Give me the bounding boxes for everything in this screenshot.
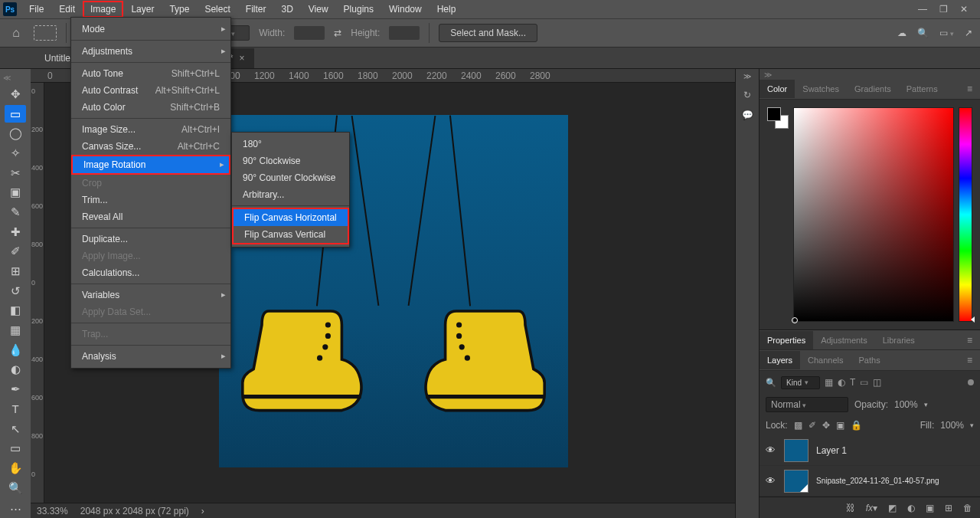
tool-healing[interactable]: ✚	[5, 223, 26, 241]
menu-select[interactable]: Select	[197, 1, 237, 18]
tool-magic-wand[interactable]: ✧	[5, 144, 26, 162]
delete-layer-icon[interactable]: 🗑	[963, 503, 972, 513]
tab-layers[interactable]: Layers	[760, 351, 800, 369]
chevron-down-icon[interactable]: ▾	[970, 421, 974, 429]
expand-left-icon[interactable]: ≪	[0, 74, 11, 82]
history-icon[interactable]: ↻	[743, 90, 751, 100]
search-icon[interactable]	[917, 28, 929, 38]
minimize-button[interactable]: —	[918, 4, 927, 15]
menu-item-arbitrary[interactable]: Arbitrary...	[232, 186, 349, 203]
visibility-icon[interactable]: 👁	[766, 475, 776, 487]
expand-right-icon[interactable]: ≫	[743, 72, 751, 80]
tab-channels[interactable]: Channels	[800, 351, 851, 369]
height-field[interactable]	[389, 26, 420, 40]
tab-adjustments[interactable]: Adjustments	[813, 331, 875, 349]
filter-type-icon[interactable]: T	[850, 377, 855, 388]
menu-3d[interactable]: 3D	[273, 1, 300, 18]
panel-menu-icon[interactable]: ≡	[962, 84, 977, 94]
menu-item-calculations[interactable]: Calculations...	[71, 264, 230, 281]
visibility-icon[interactable]: 👁	[766, 444, 776, 456]
hue-slider[interactable]	[959, 107, 972, 322]
share-icon[interactable]	[965, 28, 972, 38]
menu-item-auto-tone[interactable]: Auto ToneShift+Ctrl+L	[71, 65, 230, 82]
tool-path[interactable]: ↖	[5, 420, 26, 438]
tool-eraser[interactable]: ◧	[5, 302, 26, 320]
layer-row[interactable]: 👁 Layer 1	[760, 435, 980, 466]
tool-gradient[interactable]: ▦	[5, 321, 26, 339]
home-icon[interactable]: ⌂	[8, 25, 24, 41]
tool-crop[interactable]: ✂	[5, 164, 26, 182]
tool-pen[interactable]: ✒	[5, 380, 26, 398]
blend-mode-dropdown[interactable]: Normal	[766, 397, 848, 412]
workspace-icon[interactable]	[939, 28, 954, 38]
layer-row[interactable]: 👁 Snipaste_2024-11-26_01-40-57.png	[760, 466, 980, 497]
tool-clone[interactable]: ⊞	[5, 262, 26, 280]
lock-artboard-icon[interactable]: ▣	[836, 420, 844, 431]
lock-all-icon[interactable]: 🔒	[851, 420, 862, 431]
tool-dodge[interactable]: ◐	[5, 361, 26, 379]
opacity-value[interactable]: 100%	[894, 399, 918, 410]
tool-preset-icon[interactable]	[34, 25, 57, 41]
expand-right-icon[interactable]: ≫	[760, 69, 980, 79]
close-button[interactable]: ✕	[960, 4, 968, 15]
menu-window[interactable]: Window	[381, 1, 430, 18]
filter-smart-icon[interactable]: ◫	[873, 377, 881, 388]
search-icon[interactable]: 🔍	[766, 378, 776, 388]
tool-frame[interactable]: ▣	[5, 183, 26, 202]
group-icon[interactable]: ▣	[926, 503, 934, 513]
menu-view[interactable]: View	[301, 1, 336, 18]
swap-icon[interactable]: ⇄	[334, 28, 341, 38]
menu-item-auto-color[interactable]: Auto ColorShift+Ctrl+B	[71, 99, 230, 116]
layer-thumbnail[interactable]	[784, 470, 808, 493]
adjustment-layer-icon[interactable]: ◐	[907, 503, 915, 513]
tab-patterns[interactable]: Patterns	[899, 80, 946, 98]
tool-history-brush[interactable]: ↺	[5, 282, 26, 300]
menu-help[interactable]: Help	[430, 1, 464, 18]
tab-swatches[interactable]: Swatches	[795, 80, 847, 98]
menu-layer[interactable]: Layer	[123, 1, 162, 18]
edit-toolbar[interactable]: ⋯	[5, 500, 26, 518]
tab-paths[interactable]: Paths	[851, 351, 888, 369]
lock-transparency-icon[interactable]: ▩	[794, 420, 802, 431]
menu-item-duplicate[interactable]: Duplicate...	[71, 231, 230, 248]
menu-item-90-clockwise[interactable]: 90° Clockwise	[232, 152, 349, 169]
menu-filter[interactable]: Filter	[238, 1, 274, 18]
tool-shape[interactable]: ▭	[5, 439, 26, 457]
filter-shape-icon[interactable]: ▭	[860, 377, 868, 388]
menu-item-image-rotation[interactable]: Image Rotation	[71, 155, 230, 175]
menu-edit[interactable]: Edit	[51, 1, 83, 18]
tab-color[interactable]: Color	[760, 80, 795, 98]
tool-brush[interactable]: ✐	[5, 243, 26, 261]
comments-icon[interactable]: 💬	[742, 110, 753, 120]
panel-menu-icon[interactable]: ≡	[962, 355, 977, 366]
menu-item-mode[interactable]: Mode	[71, 21, 230, 38]
tab-properties[interactable]: Properties	[760, 331, 813, 349]
tool-blur[interactable]: 💧	[5, 341, 26, 359]
tool-marquee[interactable]: ▭	[5, 105, 26, 123]
fg-color-swatch[interactable]	[767, 107, 781, 121]
menu-type[interactable]: Type	[162, 1, 197, 18]
menu-item-auto-contrast[interactable]: Auto ContrastAlt+Shift+Ctrl+L	[71, 82, 230, 99]
lock-position-icon[interactable]: ✥	[822, 420, 830, 431]
new-layer-icon[interactable]: ⊞	[945, 503, 952, 513]
tool-lasso[interactable]: ◯	[5, 124, 26, 143]
layer-mask-icon[interactable]: ◩	[888, 503, 897, 513]
close-tab-icon[interactable]: ×	[239, 53, 244, 64]
menu-item-flip-canvas-horizontal[interactable]: Flip Canvas Horizontal	[234, 209, 348, 226]
menu-item-90-counter-clockwise[interactable]: 90° Counter Clockwise	[232, 169, 349, 186]
layer-name[interactable]: Layer 1	[816, 445, 847, 456]
filter-toggle[interactable]	[968, 379, 974, 385]
menu-item-flip-canvas-vertical[interactable]: Flip Canvas Vertical	[234, 226, 348, 243]
color-picker-field[interactable]	[793, 107, 954, 322]
menu-item-trim[interactable]: Trim...	[71, 192, 230, 208]
tool-type[interactable]: T	[5, 400, 26, 418]
select-and-mask-button[interactable]: Select and Mask...	[439, 24, 537, 42]
layer-name[interactable]: Snipaste_2024-11-26_01-40-57.png	[816, 477, 939, 485]
zoom-level[interactable]: 33.33%	[37, 506, 68, 516]
fill-value[interactable]: 100%	[940, 420, 964, 431]
tool-move[interactable]: ✥	[5, 85, 26, 103]
cloud-icon[interactable]	[897, 28, 906, 38]
tool-zoom[interactable]: 🔍	[5, 479, 26, 497]
menu-item-adjustments[interactable]: Adjustments	[71, 43, 230, 60]
menu-file[interactable]: File	[21, 1, 51, 18]
